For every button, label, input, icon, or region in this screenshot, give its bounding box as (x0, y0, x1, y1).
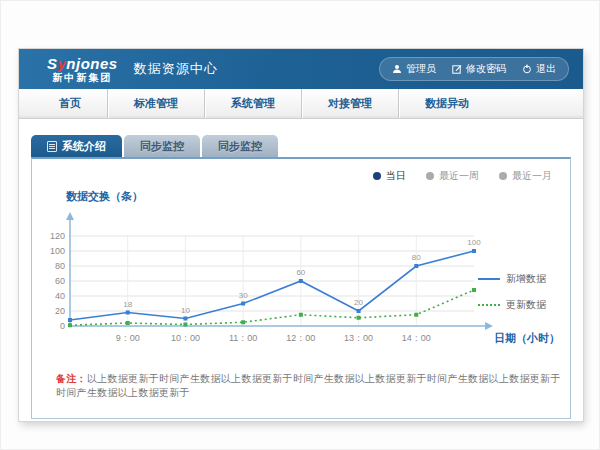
logo-text: S (47, 55, 58, 72)
chart-y-axis-title: 数据交换（条） (66, 189, 562, 204)
power-icon (522, 64, 532, 74)
logo-subtitle: 新中新集团 (47, 73, 118, 83)
app-window: Synjones 新中新集团 数据资源中心 管理员修改密码退出 首页标准管理系统… (19, 49, 583, 421)
content-panel: 当日最近一周最近一月 数据交换（条） 0204060801001209：0010… (31, 157, 571, 419)
svg-text:30: 30 (239, 291, 248, 300)
svg-text:11：00: 11：00 (229, 333, 257, 343)
user-menu: 管理员修改密码退出 (379, 57, 569, 81)
legend-item-更新数据: 更新数据 (478, 298, 546, 312)
radio-dot-icon (426, 172, 434, 180)
svg-text:14：00: 14：00 (402, 333, 431, 343)
nav-item-首页[interactable]: 首页 (33, 89, 107, 118)
chart-area: 0204060801001209：0010：0011：0012：0013：001… (40, 206, 562, 358)
svg-text:10: 10 (181, 306, 190, 315)
legend-item-新增数据: 新增数据 (478, 272, 546, 286)
chart-legend: 新增数据更新数据 (478, 272, 546, 312)
legend-swatch-icon (478, 304, 500, 306)
footnote-text: 以上数据更新于时间产生数据以上数据更新于时间产生数据以上数据更新于时间产生数据以… (56, 373, 561, 398)
svg-text:12：00: 12：00 (286, 333, 315, 343)
company-logo: Synjones 新中新集团 (47, 56, 118, 83)
svg-text:9：00: 9：00 (116, 333, 140, 343)
svg-text:80: 80 (55, 261, 65, 271)
edit-icon (452, 64, 462, 74)
period-filter: 当日最近一周最近一月 (40, 165, 562, 183)
svg-text:100: 100 (467, 238, 481, 247)
footnote-label: 备注： (56, 373, 87, 384)
user-icon (392, 64, 402, 74)
radio-dot-icon (373, 172, 381, 180)
svg-text:10：00: 10：00 (171, 333, 200, 343)
tab-同步监控-1[interactable]: 同步监控 (124, 135, 200, 157)
svg-text:20: 20 (55, 306, 65, 316)
logo-wordmark: Synjones (47, 56, 118, 71)
svg-text:13：00: 13：00 (344, 333, 373, 343)
user-menu-item-修改密码[interactable]: 修改密码 (452, 62, 506, 76)
tab-bar: 系统介绍同步监控同步监控 (19, 125, 583, 157)
tab-系统介绍-0[interactable]: 系统介绍 (31, 135, 122, 157)
radio-最近一周[interactable]: 最近一周 (426, 169, 479, 183)
nav-item-数据异动[interactable]: 数据异动 (398, 89, 495, 118)
nav-item-系统管理[interactable]: 系统管理 (204, 89, 301, 118)
page-title: 数据资源中心 (134, 60, 218, 78)
svg-text:80: 80 (412, 253, 421, 262)
app-header: Synjones 新中新集团 数据资源中心 管理员修改密码退出 (19, 49, 583, 89)
main-nav: 首页标准管理系统管理对接管理数据异动 (19, 89, 583, 119)
footnote: 备注：以上数据更新于时间产生数据以上数据更新于时间产生数据以上数据更新于时间产生… (56, 372, 562, 400)
nav-item-标准管理[interactable]: 标准管理 (107, 89, 204, 118)
svg-text:40: 40 (55, 291, 65, 301)
svg-text:18: 18 (123, 300, 132, 309)
document-icon (47, 141, 57, 152)
svg-text:60: 60 (296, 268, 305, 277)
user-menu-item-退出[interactable]: 退出 (522, 62, 556, 76)
radio-最近一月[interactable]: 最近一月 (499, 169, 552, 183)
svg-text:0: 0 (60, 321, 65, 331)
legend-swatch-icon (478, 278, 500, 280)
svg-text:20: 20 (354, 298, 363, 307)
svg-text:100: 100 (50, 246, 65, 256)
page-background: Synjones 新中新集团 数据资源中心 管理员修改密码退出 首页标准管理系统… (0, 0, 600, 450)
logo-text: njones (66, 55, 117, 72)
tab-同步监控-2[interactable]: 同步监控 (202, 135, 278, 157)
nav-item-对接管理[interactable]: 对接管理 (301, 89, 398, 118)
user-menu-item-管理员[interactable]: 管理员 (392, 62, 436, 76)
svg-text:60: 60 (55, 276, 65, 286)
svg-text:120: 120 (50, 231, 65, 241)
svg-text:日期（小时）: 日期（小时） (494, 332, 560, 345)
radio-dot-icon (499, 172, 507, 180)
radio-当日[interactable]: 当日 (373, 169, 406, 183)
